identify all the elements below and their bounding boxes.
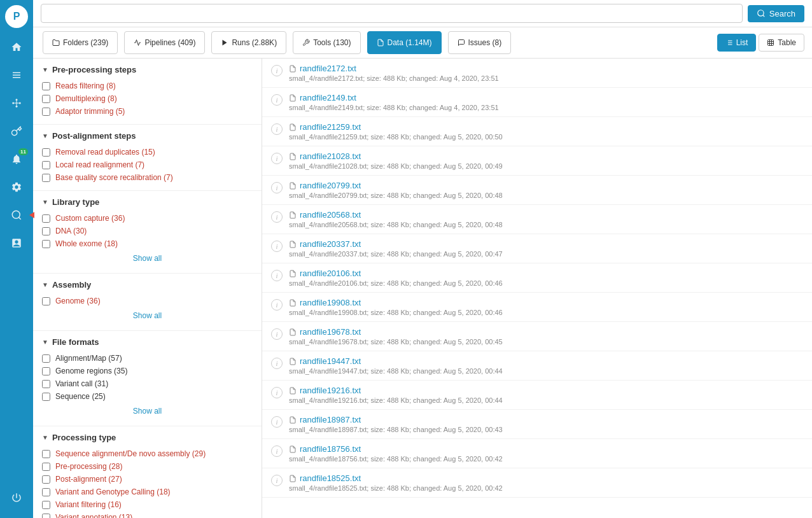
postalignment-header[interactable]: ▼ Post-alignment steps — [42, 131, 253, 141]
tab-folders[interactable]: Folders (239) — [43, 31, 118, 54]
file-list-item[interactable]: i randfile2172.txt small_4/randfile2172.… — [262, 59, 812, 88]
tab-issues[interactable]: Issues (8) — [448, 31, 512, 54]
nav-analytics[interactable] — [4, 230, 29, 256]
alignment-map-checkbox[interactable] — [42, 354, 50, 363]
filter-item[interactable]: Sequence (25) — [42, 390, 253, 403]
file-info-icon[interactable]: i — [271, 358, 283, 369]
filter-item[interactable]: Variant and Genotype Calling (18) — [42, 486, 253, 498]
whole-exome-checkbox[interactable] — [42, 240, 50, 248]
seq-alignment-checkbox[interactable] — [42, 450, 50, 458]
pre-processing-checkbox[interactable] — [42, 463, 50, 471]
file-info-icon[interactable]: i — [271, 416, 283, 428]
file-list-item[interactable]: i randfile18525.txt small_4/randfile1852… — [262, 468, 812, 498]
file-list-item[interactable]: i randfile18756.txt small_4/randfile1875… — [262, 439, 812, 468]
file-info-icon[interactable]: i — [271, 65, 283, 76]
filter-item[interactable]: Demultiplexing (8) — [42, 92, 253, 105]
processingtype-header[interactable]: ▼ Processing type — [42, 433, 253, 442]
base-quality-checkbox[interactable] — [42, 174, 50, 182]
view-list-btn[interactable]: List — [717, 34, 757, 52]
filter-item[interactable]: Variant annotation (13) — [42, 511, 253, 518]
genome-checkbox[interactable] — [42, 297, 50, 305]
filter-item[interactable]: Local read realignment (7) — [42, 158, 253, 171]
variant-genotype-checkbox[interactable] — [42, 488, 50, 496]
filter-item[interactable]: Genome regions (35) — [42, 365, 253, 377]
filter-item[interactable]: Custom capture (36) — [42, 212, 253, 225]
file-info-icon[interactable]: i — [271, 328, 283, 340]
search-button[interactable]: Search — [748, 5, 804, 22]
tab-pipelines[interactable]: Pipelines (409) — [124, 31, 205, 54]
file-info-icon[interactable]: i — [271, 299, 283, 311]
removal-read-duplicates-checkbox[interactable] — [42, 148, 50, 157]
file-formats-show-all[interactable]: Show all — [42, 403, 253, 419]
preprocessing-header[interactable]: ▼ Pre-processing steps — [42, 65, 253, 74]
fileformats-header[interactable]: ▼ File formats — [42, 337, 253, 347]
tab-runs[interactable]: Runs (2.88K) — [211, 31, 286, 54]
filter-item[interactable]: Variant call (31) — [42, 377, 253, 390]
file-info-icon[interactable]: i — [271, 445, 283, 457]
filter-item[interactable]: Whole exome (18) — [42, 237, 253, 250]
file-list-item[interactable]: i randfile20337.txt small_4/randfile2033… — [262, 234, 812, 263]
file-info-icon[interactable]: i — [271, 182, 283, 193]
filter-item[interactable]: Variant filtering (16) — [42, 498, 253, 511]
variant-annotation-checkbox[interactable] — [42, 514, 50, 519]
file-info-icon[interactable]: i — [271, 211, 283, 223]
file-list-item[interactable]: i randfile2149.txt small_4/randfile2149.… — [262, 88, 812, 117]
file-info-icon[interactable]: i — [271, 153, 283, 164]
genome-regions-checkbox[interactable] — [42, 367, 50, 375]
file-info-icon[interactable]: i — [271, 270, 283, 281]
filter-item[interactable]: Reads filtering (8) — [42, 80, 253, 92]
file-info-icon[interactable]: i — [271, 241, 283, 252]
variant-call-checkbox[interactable] — [42, 380, 50, 388]
tab-tools[interactable]: Tools (130) — [293, 31, 360, 54]
nav-key[interactable] — [4, 118, 29, 144]
sequence-checkbox[interactable] — [42, 393, 50, 401]
reads-filtering-checkbox[interactable] — [42, 82, 50, 90]
filter-item[interactable]: Base quality score recalibration (7) — [42, 171, 253, 184]
file-list-item[interactable]: i randfile19216.txt small_4/randfile1921… — [262, 381, 812, 410]
file-info-icon[interactable]: i — [271, 475, 283, 486]
nav-power[interactable] — [4, 485, 29, 510]
filter-item[interactable]: Alignment/Map (57) — [42, 352, 253, 365]
file-list-item[interactable]: i randfile18987.txt small_4/randfile1898… — [262, 410, 812, 439]
filter-item[interactable]: Post-alignment (27) — [42, 473, 253, 486]
file-list-item[interactable]: i randfile21259.txt small_4/randfile2125… — [262, 117, 812, 146]
file-info-icon[interactable]: i — [271, 387, 283, 398]
file-list-item[interactable]: i randfile19908.txt small_4/randfile1990… — [262, 293, 812, 322]
filter-item[interactable]: Adaptor trimming (5) — [42, 105, 253, 118]
nav-notifications[interactable]: 11 — [4, 146, 29, 172]
file-list-item[interactable]: i randfile20106.txt small_4/randfile2010… — [262, 263, 812, 293]
adaptor-trimming-checkbox[interactable] — [42, 108, 50, 116]
nav-projects[interactable] — [4, 62, 29, 88]
nav-home[interactable] — [4, 34, 29, 60]
post-alignment-proc-checkbox[interactable] — [42, 475, 50, 484]
nav-workflow[interactable] — [4, 90, 29, 116]
search-input[interactable] — [41, 4, 743, 23]
nav-logo[interactable]: P — [5, 5, 28, 28]
demultiplexing-checkbox[interactable] — [42, 95, 50, 103]
file-list-item[interactable]: i randfile19678.txt small_4/randfile1967… — [262, 322, 812, 351]
filter-item[interactable]: Sequence alignment/De novo assembly (29) — [42, 447, 253, 460]
file-info-icon[interactable]: i — [271, 123, 283, 135]
file-name: randfile21028.txt — [289, 151, 803, 161]
librarytype-header[interactable]: ▼ Library type — [42, 197, 253, 207]
custom-capture-checkbox[interactable] — [42, 214, 50, 223]
file-list-item[interactable]: i randfile20799.txt small_4/randfile2079… — [262, 176, 812, 205]
variant-filtering-checkbox[interactable] — [42, 501, 50, 509]
library-type-show-all[interactable]: Show all — [42, 250, 253, 267]
file-list-item[interactable]: i randfile20568.txt small_4/randfile2056… — [262, 205, 812, 234]
tab-data[interactable]: Data (1.14M) — [367, 31, 442, 54]
assembly-show-all[interactable]: Show all — [42, 307, 253, 324]
filter-item[interactable]: Removal read duplicates (15) — [42, 146, 253, 158]
view-table-btn[interactable]: Table — [759, 34, 804, 52]
file-list-item[interactable]: i randfile19447.txt small_4/randfile1944… — [262, 351, 812, 381]
nav-search[interactable] — [4, 202, 29, 228]
filter-item[interactable]: DNA (30) — [42, 225, 253, 237]
nav-settings[interactable] — [4, 174, 29, 200]
dna-checkbox[interactable] — [42, 227, 50, 235]
local-read-realignment-checkbox[interactable] — [42, 161, 50, 169]
assembly-header[interactable]: ▼ Assembly — [42, 280, 253, 290]
filter-item[interactable]: Genome (36) — [42, 295, 253, 307]
file-list-item[interactable]: i randfile21028.txt small_4/randfile2102… — [262, 146, 812, 176]
filter-item[interactable]: Pre-processing (28) — [42, 460, 253, 473]
file-info-icon[interactable]: i — [271, 94, 283, 106]
